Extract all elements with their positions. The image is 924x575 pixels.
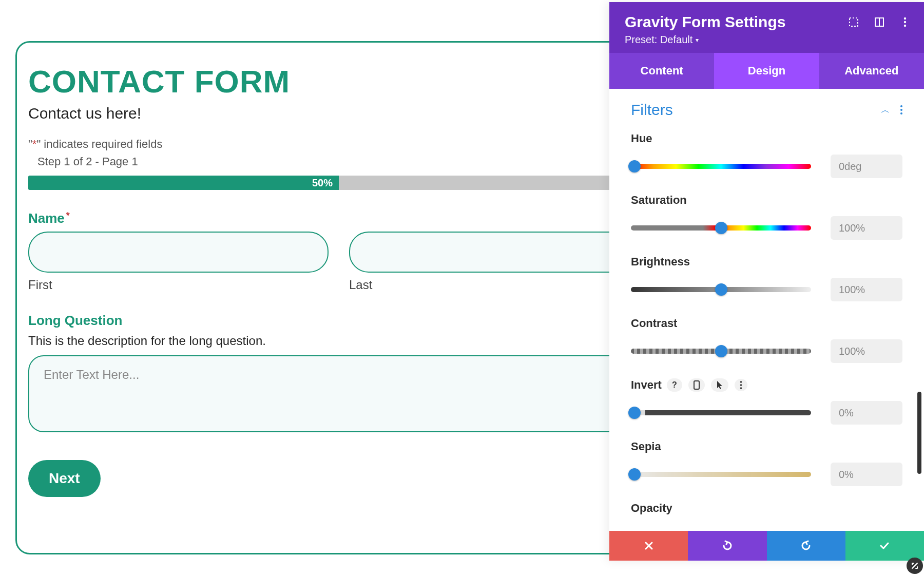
filters-title: Filters — [631, 101, 673, 119]
saturation-label: Saturation — [631, 194, 687, 207]
tabs-row: Content Design Advanced — [609, 53, 924, 89]
sepia-slider[interactable] — [631, 472, 811, 477]
form-subtitle: Contact us here! — [28, 105, 649, 122]
step-indicator: Step 1 of 2 - Page 1 — [37, 155, 649, 168]
opacity-label: Opacity — [631, 502, 672, 515]
svg-point-3 — [904, 17, 906, 20]
confirm-button[interactable] — [845, 531, 924, 561]
filter-sepia: Sepia 0% — [631, 440, 902, 486]
last-name-input[interactable] — [349, 232, 649, 273]
close-button[interactable] — [609, 531, 688, 561]
brightness-slider[interactable] — [631, 287, 811, 292]
sepia-label: Sepia — [631, 440, 661, 453]
cursor-icon[interactable] — [711, 378, 728, 392]
collapse-icon[interactable]: ︿ — [881, 104, 890, 116]
question-textarea[interactable] — [28, 355, 649, 432]
invert-thumb[interactable] — [628, 407, 641, 419]
hue-value[interactable]: 0deg — [831, 155, 902, 178]
filters-header: Filters ︿ — [631, 101, 902, 119]
progress-bar: 50% — [28, 176, 649, 190]
invert-value[interactable]: 0% — [831, 401, 902, 425]
invert-label: Invert — [631, 378, 662, 392]
sepia-value[interactable]: 0% — [831, 463, 902, 486]
progress-label: 50% — [312, 177, 333, 189]
form-panel: CONTACT FORM Contact us here! "*" indica… — [15, 41, 662, 554]
filter-hue: Hue 0deg — [631, 132, 902, 178]
expand-icon[interactable] — [848, 16, 859, 28]
first-name-sublabel: First — [28, 278, 329, 292]
name-row: First Last — [28, 232, 649, 292]
svg-point-5 — [904, 25, 906, 27]
contrast-value[interactable]: 100% — [831, 339, 902, 363]
undo-button[interactable] — [688, 531, 766, 561]
svg-rect-6 — [694, 381, 699, 389]
device-icon[interactable] — [688, 378, 705, 392]
filter-brightness: Brightness 100% — [631, 255, 902, 301]
invert-slider[interactable] — [631, 410, 811, 415]
scrollbar-thumb[interactable] — [917, 392, 921, 474]
filter-invert: Invert ? 0% — [631, 378, 902, 425]
progress-fill: 50% — [28, 176, 339, 190]
hue-label: Hue — [631, 132, 652, 145]
sepia-thumb[interactable] — [628, 468, 641, 481]
preset-dropdown[interactable]: Preset: Default ▾ — [625, 34, 699, 46]
form-title: CONTACT FORM — [28, 63, 649, 100]
last-name-sublabel: Last — [349, 278, 649, 292]
svg-point-7 — [740, 381, 742, 383]
invert-help-icon[interactable]: ? — [667, 378, 682, 392]
brightness-value[interactable]: 100% — [831, 278, 902, 301]
next-button[interactable]: Next — [28, 460, 101, 497]
svg-point-8 — [740, 384, 742, 386]
tab-content[interactable]: Content — [609, 53, 714, 89]
action-bar — [609, 531, 924, 561]
tab-design[interactable]: Design — [714, 53, 819, 89]
question-description: This is the description for the long que… — [28, 334, 649, 348]
brightness-label: Brightness — [631, 255, 690, 269]
last-name-col: Last — [349, 232, 649, 292]
svg-rect-0 — [850, 18, 858, 26]
panel-body: Filters ︿ Hue 0deg Saturation — [609, 89, 924, 531]
section-more-icon[interactable] — [900, 105, 902, 114]
filter-opacity: Opacity — [631, 502, 902, 515]
hue-thumb[interactable] — [628, 160, 641, 172]
svg-point-9 — [740, 387, 742, 389]
question-field-label: Long Question — [28, 313, 649, 329]
first-name-col: First — [28, 232, 329, 292]
columns-icon[interactable] — [874, 16, 885, 28]
required-fields-note: "*" indicates required fields — [28, 138, 649, 151]
redo-button[interactable] — [767, 531, 845, 561]
header-icons — [848, 16, 911, 28]
saturation-value[interactable]: 100% — [831, 216, 902, 240]
more-icon[interactable] — [899, 16, 911, 28]
contrast-slider[interactable] — [631, 349, 811, 354]
contrast-thumb[interactable] — [715, 345, 727, 357]
svg-point-4 — [904, 21, 906, 23]
settings-panel: Gravity Form Settings Preset: Default ▾ … — [609, 2, 924, 561]
required-icon: * — [66, 210, 70, 221]
first-name-input[interactable] — [28, 232, 329, 273]
invert-more-icon[interactable] — [735, 379, 747, 391]
caret-down-icon: ▾ — [696, 36, 699, 44]
contrast-label: Contrast — [631, 317, 677, 330]
filter-saturation: Saturation 100% — [631, 194, 902, 240]
panel-header: Gravity Form Settings Preset: Default ▾ — [609, 2, 924, 53]
hue-slider[interactable] — [631, 164, 811, 169]
filter-contrast: Contrast 100% — [631, 317, 902, 363]
brightness-thumb[interactable] — [715, 283, 727, 296]
name-field-label: Name* — [28, 210, 649, 226]
saturation-slider[interactable] — [631, 225, 811, 231]
saturation-thumb[interactable] — [715, 222, 727, 234]
tab-advanced[interactable]: Advanced — [819, 53, 924, 89]
resize-handle-icon[interactable] — [907, 558, 923, 574]
